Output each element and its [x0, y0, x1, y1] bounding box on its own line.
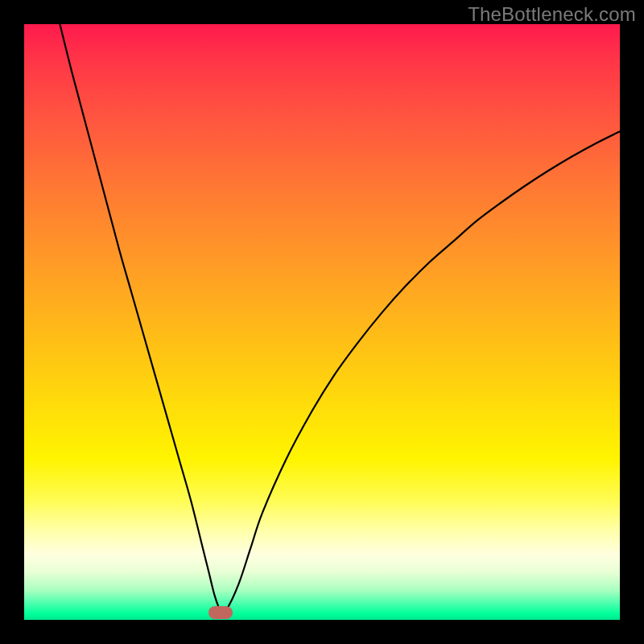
plot-area	[24, 24, 620, 620]
bottleneck-curve	[24, 24, 620, 620]
chart-frame: TheBottleneck.com	[0, 0, 644, 644]
optimum-marker	[208, 606, 233, 619]
watermark-text: TheBottleneck.com	[468, 3, 636, 26]
